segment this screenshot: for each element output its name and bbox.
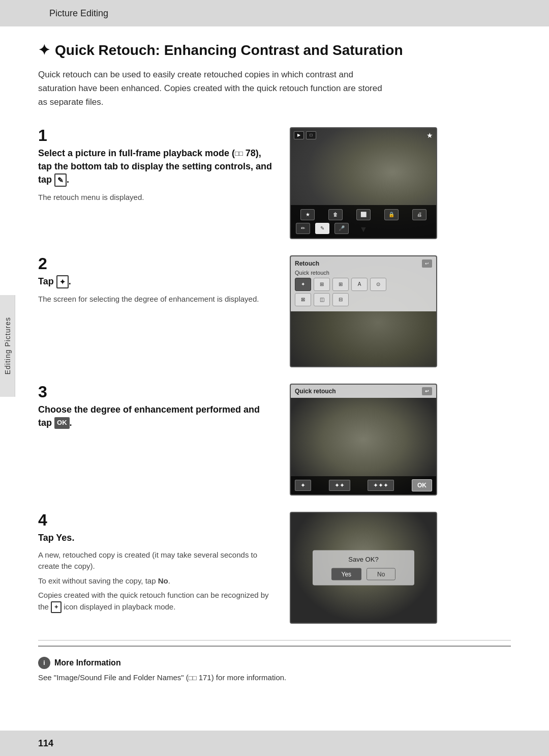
back-button[interactable]: ↩ [422,259,432,268]
step-1-sub: The retouch menu is displayed. [38,192,272,203]
step-1-number: 1 [38,127,272,143]
retouch-icon-4[interactable]: A [351,278,368,291]
camera-icon: □ [306,131,316,139]
more-info-section: i More Information See "Image/Sound File… [38,646,511,689]
more-info-text: See "Image/Sound File and Folder Names" … [38,672,511,684]
retouch-title: Retouch [295,260,319,267]
menu-row-1: ★ 🗑 ⬜ 🔒 🖨 [294,209,433,220]
screen-mockup-3: Quick retouch ↩ ✦ ✦✦ ✦✦✦ OK [290,384,437,496]
retouch-icon-quick[interactable]: ✦ [295,278,311,291]
page: Picture Editing Editing Pictures ✦ Quick… [0,0,549,756]
retouch-icon-7[interactable]: ◫ [314,293,330,306]
top-bar: Picture Editing [0,0,549,26]
step-2-content: 2 Tap ✦. The screen for selecting the de… [38,255,282,367]
save-no-button[interactable]: No [367,568,395,580]
step-4-instruction: Tap Yes. [38,531,272,544]
step-2-number: 2 [38,255,272,272]
more-info-title: More Information [54,658,121,667]
enhancement-controls: ✦ ✦✦ ✦✦✦ OK [291,476,436,495]
page-title: ✦ Quick Retouch: Enhancing Contrast and … [38,42,511,59]
step-4-screen: Save OK? Yes No [282,512,445,624]
menu-icon-trash: 🗑 [328,209,343,220]
play-icon: ▶ [294,131,304,139]
menu-icon-star: ★ [300,209,315,220]
retouch-icon-8[interactable]: ⊟ [332,293,349,306]
save-yes-button[interactable]: Yes [331,568,362,580]
save-buttons: Yes No [323,568,404,580]
screen3-back-button[interactable]: ↩ [422,387,432,395]
quick-retouch-bar-title: Quick retouch [295,388,336,395]
bottom-bar: 114 [0,731,549,756]
star-icon: ★ [426,131,433,139]
divider [38,640,511,641]
screen-mockup-1: ▶ □ ★ ▼ ★ 🗑 ⬜ 🔒 🖨 [290,127,437,239]
step-2-instruction: Tap ✦. [38,275,272,288]
enh-btn-2[interactable]: ✦✦ [329,480,350,491]
step-1: 1 Select a picture in full-frame playbac… [38,127,511,239]
retouch-panel: Retouch ↩ Quick retouch ✦ ⊞ ⊞ A ⊙ ⊠ [291,256,436,311]
step-4-note-2: Copies created with the quick retouch fu… [38,590,272,613]
step-3-number: 3 [38,384,272,400]
menu-icon-protect: 🔒 [384,209,399,220]
top-bar-title: Picture Editing [49,8,108,19]
save-dialog-title: Save OK? [323,555,404,563]
menu-row-2: ✏ ✎ 🎤 [294,223,433,234]
step-2-screen: Retouch ↩ Quick retouch ✦ ⊞ ⊞ A ⊙ ⊠ [282,255,445,367]
enh-btn-3[interactable]: ✦✦✦ [368,480,394,491]
step-4-note-1: To exit without saving the copy, tap No. [38,575,272,587]
main-content: ✦ Quick Retouch: Enhancing Contrast and … [0,26,549,731]
retouch-icon-6[interactable]: ⊠ [295,293,311,306]
page-number: 114 [38,738,53,749]
step-1-content: 1 Select a picture in full-frame playbac… [38,127,282,239]
step-3-instruction: Choose the degree of enhancement perform… [38,403,272,429]
more-info-header: i More Information [38,657,511,669]
step-4-number: 4 [38,512,272,528]
step-3: 3 Choose the degree of enhancement perfo… [38,384,511,496]
retouch-title-bar: Retouch ↩ [295,259,432,268]
enh-btn-1[interactable]: ✦ [295,480,311,491]
step-3-content: 3 Choose the degree of enhancement perfo… [38,384,282,496]
save-dialog: Save OK? Yes No [313,550,414,585]
menu-icon-voice: 🎤 [334,223,349,234]
menu-icon-edit: ✏ [296,223,310,234]
step-1-screen: ▶ □ ★ ▼ ★ 🗑 ⬜ 🔒 🖨 [282,127,445,239]
step-2-sub: The screen for selecting the degree of e… [38,294,272,305]
step-4-sub-1: A new, retouched copy is created (it may… [38,549,272,572]
step-3-screen: Quick retouch ↩ ✦ ✦✦ ✦✦✦ OK [282,384,445,496]
quick-retouch-bar: Quick retouch ↩ [291,385,436,398]
step-1-instruction: Select a picture in full-frame playback … [38,147,272,187]
hud-top: ▶ □ ★ [294,131,433,139]
retouch-icon-3[interactable]: ⊞ [332,278,349,291]
retouch-icons-row-1: ✦ ⊞ ⊞ A ⊙ [295,278,432,291]
retouch-icons-row-2: ⊠ ◫ ⊟ [295,293,432,306]
quick-retouch-label: Quick retouch [295,270,432,276]
intro-text: Quick retouch can be used to easily crea… [38,68,384,109]
menu-overlay-1: ★ 🗑 ⬜ 🔒 🖨 ✏ ✎ 🎤 [291,205,436,238]
ok-button[interactable]: OK [412,479,432,491]
screen-mockup-2: Retouch ↩ Quick retouch ✦ ⊞ ⊞ A ⊙ ⊠ [290,255,437,367]
menu-icon-retouch: ✎ [315,223,329,234]
step-4: 4 Tap Yes. A new, retouched copy is crea… [38,512,511,624]
info-icon: i [38,657,50,669]
retouch-icon-5[interactable]: ⊙ [370,278,386,291]
screen-mockup-4: Save OK? Yes No [290,512,437,624]
retouch-icon-2[interactable]: ⊞ [314,278,330,291]
page-title-text: Quick Retouch: Enhancing Contrast and Sa… [55,42,403,59]
step-2: 2 Tap ✦. The screen for selecting the de… [38,255,511,367]
menu-icon-print: 🖨 [412,209,426,220]
step-4-content: 4 Tap Yes. A new, retouched copy is crea… [38,512,282,624]
quick-retouch-icon: ✦ [38,42,50,59]
menu-icon-copy: ⬜ [356,209,371,220]
